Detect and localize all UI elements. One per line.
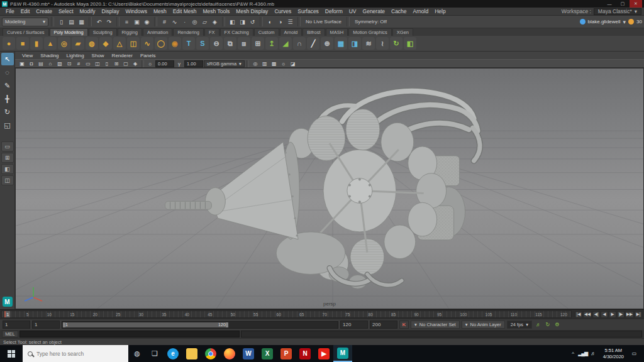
menu-set-dropdown[interactable]: Modeling ▾ (2, 18, 48, 26)
timeline-ruler[interactable]: 1510152025303540455055606570758085909510… (1, 310, 572, 318)
gamma-icon[interactable]: γ (175, 60, 184, 67)
shelf-spin-edge-icon[interactable]: ↻ (390, 37, 402, 50)
go-to-end-button[interactable]: ▶| (635, 311, 642, 318)
mel-toggle[interactable]: MEL (2, 331, 18, 337)
shelf-tab[interactable]: Bifrost (303, 28, 325, 36)
render-current-frame-icon[interactable]: ◐ (265, 17, 275, 26)
menu-item[interactable]: Create (33, 8, 55, 14)
taskbar-netflix-icon[interactable]: N (296, 345, 314, 362)
anim-preferences-icon[interactable]: ⚙ (553, 321, 562, 329)
shelf-tab[interactable]: Motion Graphics (348, 28, 392, 36)
symmetry-dropdown[interactable]: Symmetry: Off (352, 19, 389, 25)
outputs-from-selected-icon[interactable]: ◨ (238, 17, 247, 26)
fps-dropdown[interactable]: 24 fps ▾ (507, 321, 532, 329)
panel-menu-item[interactable]: Shading (37, 53, 62, 58)
shelf-torus-icon[interactable]: ◎ (58, 37, 70, 50)
task-view-button[interactable]: ❏ (146, 345, 164, 362)
menu-item[interactable]: UV (346, 8, 360, 14)
menu-item[interactable]: Generate (360, 8, 388, 14)
menu-item[interactable]: Edit Mesh (170, 8, 200, 14)
shelf-pyramid-icon[interactable]: △ (113, 37, 126, 50)
step-back-key-button[interactable]: ◀| (592, 311, 600, 318)
view-transform-dropdown[interactable]: sRGB gamma ▾ (204, 60, 245, 67)
scale-tool[interactable]: ◱ (1, 119, 14, 131)
shelf-symmetrize-icon[interactable]: ◧ (404, 37, 416, 50)
shelf-tab[interactable]: XGen (392, 28, 413, 36)
rotate-tool[interactable]: ↻ (1, 106, 14, 118)
isolate-select-icon[interactable]: ◎ (251, 60, 260, 67)
field-chart-icon[interactable]: ⊞ (112, 60, 121, 67)
start-button[interactable] (0, 345, 23, 362)
menu-item[interactable]: Mesh Tools (200, 8, 233, 14)
wireframe-on-shaded-icon[interactable]: ▩ (270, 60, 279, 67)
layout-single-pane-button[interactable]: ▭ (1, 141, 14, 151)
paint-select-tool[interactable]: ✎ (1, 79, 14, 92)
shelf-cylinder-icon[interactable]: ▮ (30, 37, 43, 50)
two-d-pan-zoom-icon[interactable]: ⊡ (65, 60, 74, 67)
menu-item[interactable]: Curves (271, 8, 294, 14)
taskbar-excel-icon[interactable]: X (258, 345, 277, 362)
shelf-quad-draw-icon[interactable]: ▦ (335, 37, 347, 50)
snap-to-curve-icon[interactable]: ∿ (170, 17, 179, 26)
gamma-field[interactable] (184, 60, 203, 67)
taskbar-powerpoint-icon[interactable]: P (277, 345, 296, 362)
cortana-button[interactable]: ◍ (128, 345, 146, 362)
gate-mask-icon[interactable]: ▯ (103, 60, 111, 67)
menu-item[interactable]: Deform (322, 8, 346, 14)
resolution-gate-icon[interactable]: ◫ (93, 60, 102, 67)
shelf-extract-icon[interactable]: ⊞ (252, 37, 264, 50)
menu-item[interactable]: Mesh Display (233, 8, 271, 14)
anim-layer-dropdown[interactable]: ▾ No Anim Layer (462, 321, 505, 329)
viewport-canvas[interactable]: persp (15, 68, 644, 309)
action-center-icon[interactable]: ▭ (629, 348, 639, 360)
move-tool[interactable]: ╋ (1, 92, 14, 105)
chevron-down-icon[interactable]: ▾ (623, 19, 626, 25)
menu-item[interactable]: Mesh (150, 8, 170, 14)
select-by-component-icon[interactable]: ◉ (142, 17, 152, 26)
exposure-icon[interactable]: ☼ (146, 60, 155, 67)
step-forward-key-button[interactable]: |▶ (617, 311, 625, 318)
shelf-platonic-icon[interactable]: ◆ (99, 37, 112, 50)
panel-menu-item[interactable]: Show (89, 53, 108, 58)
camera-attributes-icon[interactable]: ▤ (36, 60, 45, 67)
mute-icon[interactable]: ♬ (534, 321, 543, 329)
menu-item[interactable]: Select (55, 8, 77, 14)
shelf-crease-icon[interactable]: ≀ (376, 37, 389, 50)
taskbar-chrome-icon[interactable] (201, 345, 220, 362)
animation-end-field[interactable] (370, 321, 397, 329)
snap-to-view-plane-icon[interactable]: ▱ (200, 17, 209, 26)
animation-start-field[interactable] (3, 321, 30, 329)
shelf-target-weld-icon[interactable]: ⊕ (321, 37, 333, 50)
snap-to-projected-center-icon[interactable]: ◎ (190, 17, 199, 26)
play-backward-button[interactable]: ◀ (601, 311, 608, 318)
shelf-tab[interactable]: Rigging (118, 28, 142, 36)
shelf-plane-icon[interactable]: ▰ (72, 37, 84, 50)
shelf-bevel-icon[interactable]: ◢ (279, 37, 292, 50)
play-forward-button[interactable]: ▶ (609, 311, 616, 318)
inputs-to-selected-icon[interactable]: ◧ (228, 17, 237, 26)
layout-hypershade-button[interactable]: ◫ (1, 175, 14, 185)
menu-item[interactable]: Arnold (410, 8, 432, 14)
shelf-tab[interactable]: Animation (143, 28, 172, 36)
safe-title-icon[interactable]: ◈ (131, 60, 140, 67)
network-icon[interactable]: ▂▄▆ (578, 348, 588, 360)
volume-icon[interactable]: ♬ (588, 348, 598, 360)
shelf-superellipse-icon[interactable]: ◉ (169, 37, 181, 50)
make-live-icon[interactable]: ◈ (210, 17, 219, 26)
select-camera-icon[interactable]: ▣ (18, 60, 26, 67)
shelf-mirror-icon[interactable]: ◨ (348, 37, 361, 50)
menu-item[interactable]: Modify (77, 8, 99, 14)
panel-menu-item[interactable]: Panels (137, 53, 158, 58)
render-settings-icon[interactable]: ☰ (286, 17, 295, 26)
shelf-tab[interactable]: FX (204, 28, 219, 36)
snap-to-point-icon[interactable]: ∙ (180, 17, 189, 26)
panel-menu-item[interactable]: Lighting (64, 53, 87, 58)
shelf-tab[interactable]: Arnold (280, 28, 303, 36)
ipr-render-icon[interactable]: ◑ (275, 17, 285, 26)
shelf-tab[interactable]: Custom (254, 28, 279, 36)
lock-camera-icon[interactable]: ◘ (27, 60, 36, 67)
open-scene-icon[interactable]: ▤ (67, 17, 76, 26)
undo-icon[interactable]: ↶ (94, 17, 104, 26)
shelf-multi-cut-icon[interactable]: ╱ (307, 37, 319, 50)
shelf-boolean-icon[interactable]: ⊖ (210, 37, 223, 50)
